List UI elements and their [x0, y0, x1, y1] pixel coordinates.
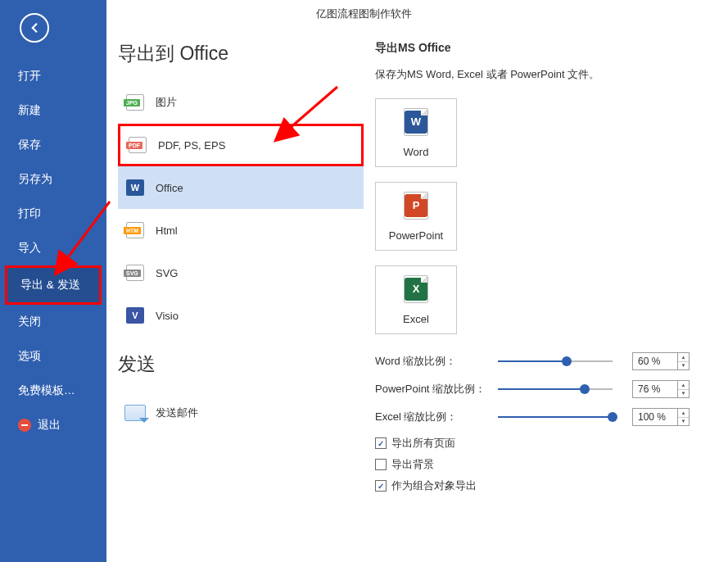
label-xls-scale: Excel 缩放比例： [375, 410, 498, 424]
sidebar-item-label: 退出 [38, 418, 61, 433]
list-label: 发送邮件 [156, 406, 198, 420]
check-background[interactable]: 导出背景 [375, 457, 708, 472]
export-list-column: 导出到 Office JPG 图片 PDF PDF, PS, EPS W Off… [118, 41, 364, 562]
check-group-export[interactable]: ✓作为组合对象导出 [375, 478, 708, 493]
row-xls-scale: Excel 缩放比例： 100 % ▲▼ [375, 405, 708, 429]
right-column: 导出MS Office 保存为MS Word, Excel 或者 PowerPo… [364, 41, 708, 562]
mail-icon [124, 404, 146, 422]
tile-label: PowerPoint [389, 229, 443, 242]
sidebar-item-saveas[interactable]: 另存为 [0, 162, 106, 197]
list-label: 图片 [156, 95, 177, 110]
right-desc: 保存为MS Word, Excel 或者 PowerPoint 文件。 [375, 67, 708, 82]
list-label: PDF, PS, EPS [158, 139, 225, 152]
ppt-file-icon: P [404, 192, 428, 220]
input-word-pct[interactable]: 60 % [632, 352, 678, 370]
send-header: 发送 [118, 351, 364, 377]
export-item-svg[interactable]: SVG SVG [118, 252, 364, 294]
sidebar-item-templates[interactable]: 免费模板… [0, 374, 106, 408]
sidebar-item-options[interactable]: 选项 [0, 339, 106, 374]
xls-file-icon: X [404, 275, 428, 303]
list-label: Visio [156, 310, 179, 322]
svg-icon: SVG [124, 264, 146, 282]
sidebar-item-import[interactable]: 导入 [0, 231, 106, 265]
right-title: 导出MS Office [375, 41, 708, 56]
spinner-ppt[interactable]: ▲▼ [678, 380, 690, 398]
tile-label: Word [404, 146, 429, 158]
sidebar-item-print[interactable]: 打印 [0, 197, 106, 231]
row-word-scale: Word 缩放比例： 60 % ▲▼ [375, 349, 708, 374]
sidebar-item-exit[interactable]: 退出 [0, 408, 106, 442]
label-word-scale: Word 缩放比例： [375, 354, 498, 369]
spin-up-icon[interactable]: ▲ [678, 353, 689, 362]
tile-excel[interactable]: X Excel [375, 265, 457, 334]
tile-word[interactable]: W Word [375, 98, 457, 167]
spin-down-icon[interactable]: ▼ [678, 418, 689, 426]
arrow-left-icon [27, 20, 42, 35]
sidebar-item-save[interactable]: 保存 [0, 128, 106, 162]
main-panel: 导出到 Office JPG 图片 PDF PDF, PS, EPS W Off… [106, 0, 728, 562]
spin-up-icon[interactable]: ▲ [678, 381, 689, 390]
word-file-icon: W [404, 108, 428, 136]
word-icon: W [124, 179, 146, 197]
tile-powerpoint[interactable]: P PowerPoint [375, 182, 457, 251]
sidebar: 打开 新建 保存 另存为 打印 导入 导出 & 发送 关闭 选项 免费模板… 退… [0, 0, 106, 562]
sidebar-item-close[interactable]: 关闭 [0, 305, 106, 339]
check-label: 导出背景 [391, 457, 434, 472]
checkbox-icon: ✓ [375, 437, 387, 449]
back-button[interactable] [20, 13, 49, 43]
spinner-word[interactable]: ▲▼ [678, 352, 690, 370]
export-item-html[interactable]: HTM Html [118, 209, 364, 252]
export-item-visio[interactable]: V Visio [118, 294, 364, 337]
checkbox-icon: ✓ [375, 480, 387, 492]
export-header: 导出到 Office [118, 41, 364, 66]
check-label: 导出所有页面 [391, 436, 455, 451]
label-ppt-scale: PowerPoint 缩放比例： [375, 382, 498, 397]
spinner-xls[interactable]: ▲▼ [678, 408, 690, 426]
list-label: Html [156, 224, 178, 237]
sidebar-item-open[interactable]: 打开 [0, 59, 106, 93]
list-label: SVG [156, 267, 178, 279]
checkbox-icon [375, 459, 387, 470]
pdf-icon: PDF [127, 136, 148, 154]
export-item-pdf[interactable]: PDF PDF, PS, EPS [118, 124, 364, 166]
spin-up-icon[interactable]: ▲ [678, 409, 689, 418]
send-item-mail[interactable]: 发送邮件 [118, 392, 364, 434]
spin-down-icon[interactable]: ▼ [678, 390, 689, 398]
list-label: Office [156, 182, 183, 194]
sidebar-item-new[interactable]: 新建 [0, 93, 106, 128]
sidebar-item-export-send[interactable]: 导出 & 发送 [5, 265, 102, 305]
slider-ppt[interactable] [498, 381, 613, 397]
tile-label: Excel [403, 313, 429, 325]
html-icon: HTM [124, 221, 146, 239]
export-item-image[interactable]: JPG 图片 [118, 81, 364, 124]
spin-down-icon[interactable]: ▼ [678, 362, 689, 370]
row-ppt-scale: PowerPoint 缩放比例： 76 % ▲▼ [375, 377, 708, 401]
check-label: 作为组合对象导出 [391, 478, 477, 493]
input-xls-pct[interactable]: 100 % [632, 408, 678, 426]
input-ppt-pct[interactable]: 76 % [632, 380, 678, 398]
jpg-icon: JPG [124, 93, 146, 111]
slider-xls[interactable] [498, 409, 613, 425]
visio-icon: V [124, 306, 146, 324]
slider-word[interactable] [498, 353, 613, 369]
check-all-pages[interactable]: ✓导出所有页面 [375, 436, 708, 451]
export-item-office[interactable]: W Office [118, 166, 364, 209]
exit-icon [18, 419, 31, 432]
